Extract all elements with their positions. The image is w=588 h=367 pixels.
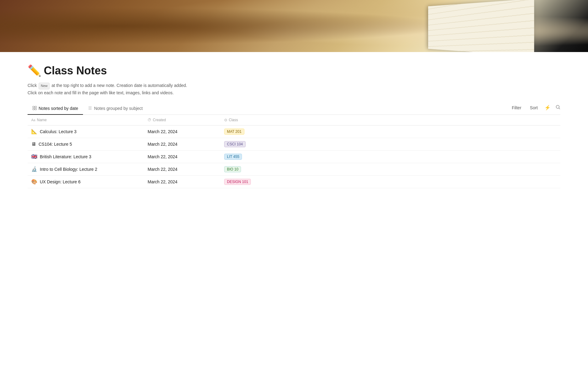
cell-created-4: March 22, 2024 (144, 175, 221, 188)
col-header-name: Aa Name (28, 115, 144, 125)
cell-created-2: March 22, 2024 (144, 150, 221, 163)
tabs-bar: Notes sorted by date Notes grouped by su… (28, 103, 560, 115)
table-row[interactable]: 🔬 Intro to Cell Biology: Lecture 2 March… (28, 163, 560, 175)
cell-created-0: March 22, 2024 (144, 125, 221, 138)
page-title: Class Notes (44, 64, 107, 77)
list-icon (88, 106, 92, 111)
class-col-label: Class (229, 118, 238, 122)
page-content: ✏️ Class Notes Click New at the top righ… (0, 52, 588, 200)
cell-class-4: DESIGN 101 (221, 175, 560, 188)
desc-line2: Click on each note and fill in the page … (28, 90, 174, 95)
class-badge-2: LIT 455 (224, 154, 242, 160)
filter-button[interactable]: Filter (510, 104, 523, 111)
tabs-right: Filter Sort ⚡ (510, 104, 560, 114)
hero-banner (0, 0, 588, 52)
tab-grouped-by-subject[interactable]: Notes grouped by subject (83, 103, 148, 115)
note-title-1: CS104: Lecture 5 (39, 142, 72, 147)
lightning-icon[interactable]: ⚡ (545, 105, 551, 110)
cell-created-1: March 22, 2024 (144, 138, 221, 150)
cell-name-1: 🖥 CS104: Lecture 5 (28, 138, 144, 150)
svg-rect-3 (35, 108, 36, 110)
tab-grouped-label: Notes grouped by subject (94, 106, 143, 111)
cell-class-2: LIT 455 (221, 150, 560, 163)
new-badge: New (39, 83, 50, 89)
table-row[interactable]: 📐 Calculus: Lecture 3 March 22, 2024 MAT… (28, 125, 560, 138)
search-icon[interactable] (556, 105, 560, 111)
class-badge-0: MAT 201 (224, 129, 244, 135)
created-col-label: Created (153, 118, 166, 122)
cell-created-3: March 22, 2024 (144, 163, 221, 175)
sort-button[interactable]: Sort (528, 104, 540, 111)
svg-rect-2 (33, 108, 34, 110)
name-col-icon: Aa (31, 118, 35, 122)
class-badge-3: BIO 10 (224, 166, 241, 172)
col-header-created: ⏱ Created (144, 115, 221, 125)
created-col-icon: ⏱ (148, 118, 151, 122)
name-col-label: Name (37, 118, 47, 122)
class-badge-1: CSCI 104 (224, 141, 246, 147)
cell-class-1: CSCI 104 (221, 138, 560, 150)
cell-name-2: 🇬🇧 British Literature: Lecture 3 (28, 150, 144, 163)
table-row[interactable]: 🎨 UX Design: Lecture 6 March 22, 2024 DE… (28, 175, 560, 188)
col-header-class: ⊙ Class (221, 115, 560, 125)
desc-after: at the top right to add a new note. Crea… (50, 83, 187, 88)
page-title-row: ✏️ Class Notes (28, 64, 560, 77)
title-emoji: ✏️ (28, 64, 41, 77)
note-emoji-0: 📐 (31, 129, 37, 134)
svg-line-8 (559, 108, 560, 109)
svg-rect-1 (35, 106, 36, 108)
note-title-2: British Literature: Lecture 3 (40, 154, 91, 159)
svg-rect-0 (33, 106, 34, 108)
page-description: Click New at the top right to add a new … (28, 82, 560, 96)
table-row[interactable]: 🇬🇧 British Literature: Lecture 3 March 2… (28, 150, 560, 163)
note-emoji-4: 🎨 (31, 179, 37, 185)
note-emoji-2: 🇬🇧 (31, 154, 37, 159)
class-badge-4: DESIGN 101 (224, 179, 251, 185)
tab-sorted-by-date[interactable]: Notes sorted by date (28, 103, 83, 115)
desc-before: Click (28, 83, 38, 88)
cell-class-0: MAT 201 (221, 125, 560, 138)
cell-name-0: 📐 Calculus: Lecture 3 (28, 125, 144, 138)
note-emoji-3: 🔬 (31, 166, 37, 172)
tab-sorted-label: Notes sorted by date (39, 106, 78, 111)
note-title-3: Intro to Cell Biology: Lecture 2 (40, 167, 97, 172)
grid-icon (32, 106, 37, 111)
note-title-0: Calculus: Lecture 3 (40, 129, 77, 134)
notes-table: Aa Name ⏱ Created ⊙ Class (28, 115, 560, 188)
note-title-4: UX Design: Lecture 6 (40, 179, 81, 184)
class-col-icon: ⊙ (224, 118, 227, 122)
table-row[interactable]: 🖥 CS104: Lecture 5 March 22, 2024 CSCI 1… (28, 138, 560, 150)
note-emoji-1: 🖥 (31, 141, 36, 147)
cell-name-3: 🔬 Intro to Cell Biology: Lecture 2 (28, 163, 144, 175)
cell-class-3: BIO 10 (221, 163, 560, 175)
cell-name-4: 🎨 UX Design: Lecture 6 (28, 175, 144, 188)
tabs-left: Notes sorted by date Notes grouped by su… (28, 103, 148, 114)
